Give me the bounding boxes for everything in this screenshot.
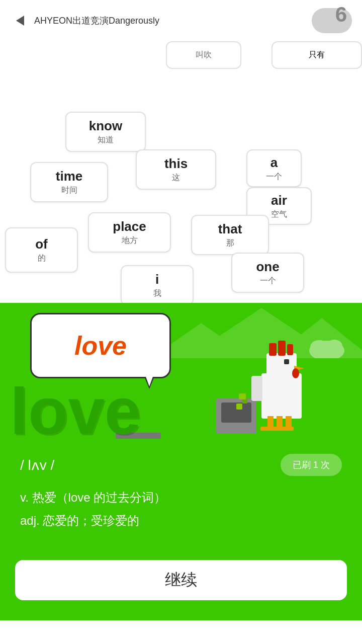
bottom-section: love love (0, 303, 362, 620)
words-area: 叫吹 只有 know 知道 this 这 a 一个 time 时间 air 空气… (0, 41, 362, 303)
word-en: air (271, 193, 287, 208)
pixel-art-area: love love (0, 303, 362, 444)
word-en: a (270, 155, 278, 171)
header: AHYEON出道竞演Dangerously 6 (0, 0, 362, 41)
partial-card-只有: 只有 (272, 41, 362, 69)
word-card-place[interactable]: place 地方 (88, 212, 171, 253)
definition-2: adj. 恋爱的；受珍爱的 (20, 511, 342, 530)
word-zh: 一个 (260, 276, 276, 286)
svg-point-23 (326, 340, 342, 353)
svg-rect-6 (278, 341, 286, 356)
back-button[interactable] (10, 11, 30, 31)
word-en: one (256, 259, 279, 275)
word-zh: 一个 (266, 172, 282, 182)
word-zh: 知道 (98, 135, 114, 145)
bubble-word: love (74, 331, 127, 361)
svg-rect-16 (280, 427, 294, 431)
word-zh: 时间 (61, 185, 77, 196)
word-card-one[interactable]: one 一个 (231, 253, 304, 293)
svg-point-22 (310, 340, 328, 354)
word-en: know (89, 118, 122, 134)
word-card-this[interactable]: this 这 (136, 149, 216, 190)
word-card-of[interactable]: of 的 (5, 227, 78, 273)
cloud-icon (307, 333, 347, 358)
word-en: i (155, 272, 159, 287)
pronunciation: / lʌv / (20, 457, 54, 473)
reviewed-button[interactable]: 已刷 1 次 (281, 454, 342, 476)
word-card-i[interactable]: i 我 (121, 265, 194, 305)
word-card-know[interactable]: know 知道 (65, 112, 146, 152)
svg-rect-18 (236, 404, 242, 410)
word-en: place (113, 219, 146, 234)
continue-button[interactable]: 继续 (15, 560, 347, 600)
partial-card-label-2: 只有 (309, 50, 325, 60)
word-zh: 我 (153, 288, 161, 299)
word-zh: 那 (226, 238, 234, 249)
svg-rect-7 (287, 344, 293, 355)
score-badge: 6 (312, 8, 352, 33)
word-card-time[interactable]: time 时间 (30, 162, 108, 202)
word-card-that[interactable]: that 那 (191, 215, 269, 255)
word-zh: 的 (38, 253, 46, 264)
continue-area: 继续 (0, 550, 362, 620)
svg-rect-4 (266, 353, 297, 378)
word-en: this (164, 156, 188, 172)
score-number: 6 (335, 4, 347, 25)
header-title: AHYEON出道竞演Dangerously (34, 15, 312, 27)
svg-rect-20 (239, 393, 246, 399)
svg-rect-10 (251, 376, 262, 401)
word-zh: 空气 (271, 209, 287, 220)
partial-card-叫吹: 叫吹 (166, 41, 241, 69)
partial-card-label: 叫吹 (196, 50, 212, 60)
word-zh: 这 (172, 173, 180, 183)
pronunciation-row: / lʌv / 已刷 1 次 (20, 454, 342, 476)
big-word-display: love (10, 378, 141, 444)
speech-bubble: love (30, 313, 171, 378)
svg-rect-5 (269, 343, 277, 356)
word-en: of (35, 236, 48, 252)
info-section: / lʌv / 已刷 1 次 v. 热爱（love 的过去分词） adj. 恋爱… (0, 444, 362, 550)
svg-point-17 (292, 368, 299, 378)
word-en: time (56, 169, 82, 184)
svg-rect-9 (284, 359, 289, 364)
word-zh: 地方 (122, 235, 138, 246)
word-card-a[interactable]: a 一个 (246, 149, 302, 187)
svg-rect-3 (261, 373, 302, 419)
back-icon (16, 16, 24, 26)
definition-1: v. 热爱（love 的过去分词） (20, 488, 342, 507)
word-en: that (218, 221, 242, 237)
